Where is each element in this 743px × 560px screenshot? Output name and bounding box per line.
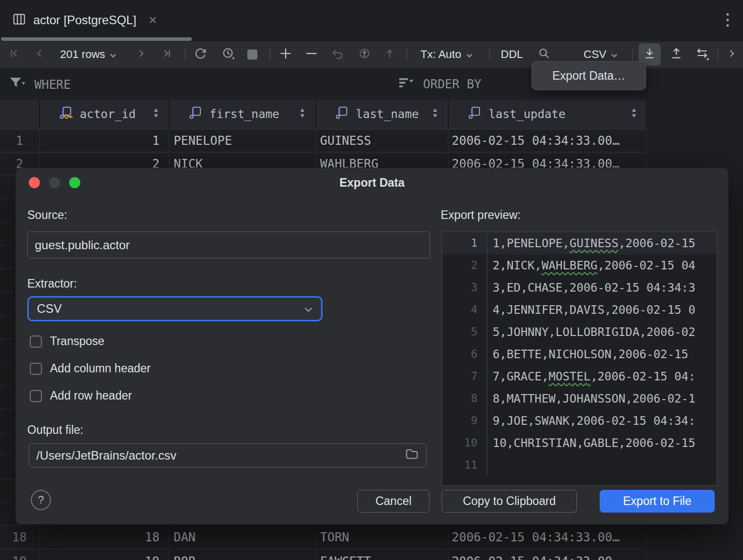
- copy-to-clipboard-button[interactable]: Copy to Clipboard: [442, 490, 577, 513]
- import-data-button[interactable]: [665, 43, 687, 66]
- chevron-right-icon: [135, 47, 148, 62]
- table-row[interactable]: 18 18 DAN TORN 2006-02-15 04:34:33.00…: [0, 526, 647, 550]
- checkbox-unchecked-icon[interactable]: [30, 390, 42, 402]
- revert-changes-button[interactable]: [327, 43, 349, 66]
- sort-toggle-icon[interactable]: [432, 107, 439, 122]
- query-history-button[interactable]: [217, 43, 239, 66]
- line-number: 2: [442, 254, 488, 276]
- export-to-file-button[interactable]: Export to File: [600, 490, 715, 513]
- chevron-left-icon: [33, 47, 46, 62]
- first-page-icon: [8, 47, 21, 62]
- export-preview-label: Export preview:: [441, 208, 521, 222]
- extractor-dropdown[interactable]: CSV: [27, 296, 323, 321]
- last-page-button[interactable]: [155, 43, 178, 66]
- toolbar-separator: [717, 48, 718, 61]
- cell-last-name[interactable]: FAWCETT: [315, 554, 448, 560]
- row-count-dropdown[interactable]: 201 rows: [60, 43, 117, 66]
- line-text: 9,JOE,SWANK,2006-02-15 04:34:: [488, 414, 696, 427]
- funnel-icon: [9, 76, 27, 94]
- next-page-button[interactable]: [130, 43, 152, 66]
- source-label: Source:: [27, 208, 67, 222]
- extractor-value: CSV: [37, 302, 62, 316]
- dialog-title: Export Data: [16, 176, 728, 190]
- source-value: guest.public.actor: [35, 238, 130, 252]
- column-icon: [189, 105, 204, 123]
- sort-toggle-icon[interactable]: [630, 107, 638, 122]
- stop-query-button[interactable]: [241, 43, 263, 66]
- cell-last-name[interactable]: GUINESS: [315, 134, 448, 148]
- submit-changes-button[interactable]: [379, 43, 401, 66]
- preview-line: 44,JENNIFER,DAVIS,2006-02-15 0: [442, 299, 717, 321]
- column-name: first_name: [209, 107, 279, 121]
- line-text: 4,JENNIFER,DAVIS,2006-02-15 0: [488, 303, 696, 316]
- line-text: 10,CHRISTIAN,GABLE,2006-02-15: [488, 436, 696, 450]
- checkbox-unchecked-icon[interactable]: [30, 363, 42, 375]
- transpose-option[interactable]: Transpose: [30, 334, 104, 348]
- add-row-button[interactable]: [275, 43, 297, 66]
- close-tab-icon[interactable]: ✕: [148, 14, 157, 26]
- chevron-right-icon: [726, 47, 738, 62]
- preview-line: 11,PENELOPE,GUINESS,2006-02-15: [442, 232, 717, 254]
- first-page-button[interactable]: [3, 43, 25, 66]
- cell-last-update[interactable]: 2006-02-15 04:34:33.00…: [448, 134, 647, 148]
- cell-actor-id[interactable]: 18: [39, 530, 169, 544]
- tab-actor-postgresql[interactable]: actor [PostgreSQL] ✕: [0, 0, 167, 40]
- line-number: 9: [442, 410, 488, 432]
- column-header-last-name[interactable]: last_name: [315, 99, 448, 129]
- grid-header: actor_id first_name last_name last_updat…: [0, 99, 647, 130]
- table-icon: [12, 12, 26, 28]
- cancel-button[interactable]: Cancel: [357, 490, 430, 513]
- compare-data-button[interactable]: [691, 43, 713, 66]
- order-by-filter[interactable]: ORDER BY: [398, 76, 482, 93]
- toolbar-overflow-button[interactable]: [721, 43, 743, 66]
- table-row[interactable]: 19 19 BOB FAWCETT 2006-02-15 04:34:33.00…: [0, 550, 647, 560]
- where-filter[interactable]: WHERE: [9, 76, 71, 94]
- column-name: last_name: [356, 107, 419, 121]
- preview-line: 77,GRACE,MOSTEL,2006-02-15 04:: [442, 365, 717, 387]
- cell-last-update[interactable]: 2006-02-15 04:34:33.00…: [448, 530, 647, 544]
- cell-actor-id[interactable]: 19: [39, 554, 169, 560]
- chevron-down-icon: [611, 48, 618, 61]
- checkbox-unchecked-icon[interactable]: [30, 335, 42, 348]
- source-field[interactable]: guest.public.actor: [27, 232, 430, 258]
- sort-toggle-icon[interactable]: [152, 107, 160, 122]
- column-header-actor-id[interactable]: actor_id: [39, 99, 169, 129]
- order-by-label: ORDER BY: [423, 77, 482, 91]
- ddl-button[interactable]: DDL: [501, 43, 523, 66]
- line-text: 2,NICK,WAHLBERG,2006-02-15 04: [488, 259, 696, 272]
- reload-data-button[interactable]: [189, 43, 211, 66]
- cell-first-name[interactable]: DAN: [169, 530, 315, 544]
- column-header-last-update[interactable]: last_update: [448, 99, 647, 129]
- add-column-header-option[interactable]: Add column header: [30, 362, 150, 375]
- line-number: 6: [442, 343, 488, 365]
- column-name: actor_id: [80, 107, 136, 121]
- more-options-kebab-icon[interactable]: [726, 13, 729, 27]
- folder-browse-icon[interactable]: [405, 447, 419, 464]
- cell-last-update[interactable]: 2006-02-15 04:34:33.00…: [448, 554, 647, 560]
- export-data-tooltip: Export Data…: [532, 61, 646, 90]
- output-file-field[interactable]: /Users/JetBrains/actor.csv: [29, 443, 427, 468]
- add-row-header-option[interactable]: Add row header: [30, 389, 132, 403]
- toolbar-separator: [185, 48, 186, 61]
- cell-last-name[interactable]: TORN: [315, 530, 448, 544]
- line-number: 4: [442, 299, 488, 321]
- previous-page-button[interactable]: [28, 43, 50, 66]
- table-row[interactable]: 1 1 PENELOPE GUINESS 2006-02-15 04:34:33…: [0, 129, 647, 153]
- cell-first-name[interactable]: BOB: [169, 554, 315, 560]
- delete-row-button[interactable]: [300, 43, 323, 66]
- rollback-button[interactable]: [353, 43, 376, 66]
- cell-actor-id[interactable]: 1: [39, 134, 169, 148]
- sort-toggle-icon[interactable]: [299, 107, 306, 122]
- line-number: 5: [442, 321, 488, 343]
- download-icon: [643, 46, 657, 63]
- export-preview-editor[interactable]: 11,PENELOPE,GUINESS,2006-02-15 22,NICK,W…: [442, 232, 717, 486]
- arrow-up-icon: [383, 46, 397, 63]
- transaction-mode-dropdown[interactable]: Tx: Auto: [420, 43, 473, 66]
- cell-first-name[interactable]: PENELOPE: [169, 134, 315, 148]
- output-file-label: Output file:: [27, 423, 83, 437]
- datagrip-window: actor [PostgreSQL] ✕ 201 rows: [0, 0, 743, 560]
- preview-line: 88,MATTHEW,JOHANSSON,2006-02-1: [442, 387, 717, 410]
- row-number: 1: [0, 134, 39, 148]
- help-button[interactable]: ?: [31, 490, 51, 510]
- column-header-first-name[interactable]: first_name: [169, 99, 315, 129]
